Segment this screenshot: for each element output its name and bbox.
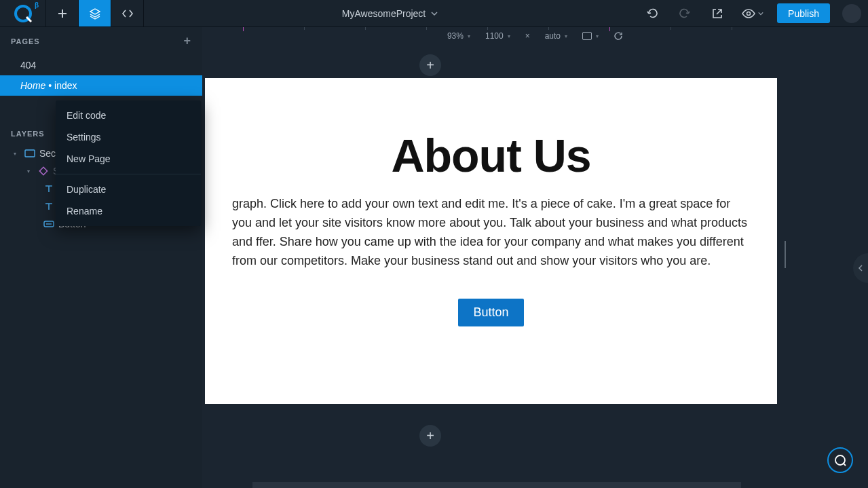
width-control[interactable]: 1100▾: [485, 31, 510, 41]
app-logo[interactable]: β: [0, 0, 46, 26]
add-section-top-button[interactable]: +: [419, 54, 441, 76]
text-icon: [43, 201, 54, 212]
context-menu: Edit code Settings New Page Duplicate Re…: [56, 100, 201, 226]
code-panel-button[interactable]: [111, 0, 144, 26]
caret-down-icon: ▾: [14, 151, 20, 157]
undo-button[interactable]: [636, 0, 668, 26]
viewport-icon: [582, 32, 592, 40]
caret-down-icon: ▾: [27, 168, 34, 174]
chevron-down-icon: [758, 11, 763, 16]
pages-header: PAGES +: [0, 27, 202, 55]
preview-heading[interactable]: About Us: [232, 129, 750, 182]
add-section-bottom-button[interactable]: +: [419, 425, 441, 447]
preview-paragraph[interactable]: graph. Click here to add your own text a…: [232, 194, 750, 270]
section-icon: [24, 148, 35, 159]
add-button[interactable]: [46, 0, 79, 26]
redo-button[interactable]: [668, 0, 701, 26]
page-item-home[interactable]: Home • index: [0, 75, 202, 96]
publish-button[interactable]: Publish: [777, 3, 830, 23]
project-name: MyAwesomeProject: [342, 8, 426, 19]
beta-badge: β: [35, 1, 39, 9]
topbar: β MyAwesomeProject Publish: [0, 0, 868, 27]
page-item-404[interactable]: 404: [0, 55, 202, 75]
text-icon: [43, 183, 54, 194]
help-chat-button[interactable]: [827, 447, 853, 473]
canvas-area: 93%▾ 1100▾ × auto▾ ▾ + About Us graph. C…: [202, 27, 868, 488]
topbar-right: Publish: [636, 0, 868, 26]
open-external-button[interactable]: [701, 0, 734, 26]
ctx-duplicate[interactable]: Duplicate: [56, 179, 201, 200]
ctx-settings[interactable]: Settings: [56, 126, 201, 148]
preview-button-element[interactable]: Button: [458, 299, 523, 326]
zoom-control[interactable]: 93%▾: [447, 31, 470, 41]
page-preview[interactable]: About Us graph. Click here to add your o…: [205, 78, 777, 404]
dimension-separator: ×: [525, 31, 530, 41]
svg-point-1: [747, 12, 751, 15]
chevron-down-icon: [431, 10, 438, 17]
ctx-edit-code[interactable]: Edit code: [56, 105, 201, 126]
sidebar: PAGES + 404 Home • index LAYERS ▾ Sect ▾…: [0, 27, 202, 488]
button-icon: [43, 219, 54, 229]
add-page-button[interactable]: +: [183, 34, 191, 48]
expand-right-panel-button[interactable]: [853, 253, 868, 283]
ruler: [202, 27, 868, 30]
ctx-rename[interactable]: Rename: [56, 200, 201, 222]
resize-handle[interactable]: [785, 241, 786, 268]
refresh-button[interactable]: [614, 31, 623, 41]
svg-rect-2: [25, 150, 35, 157]
viewport-control[interactable]: ▾: [582, 32, 599, 40]
svg-rect-3: [39, 167, 47, 174]
ctx-divider: [56, 174, 201, 174]
project-name-dropdown[interactable]: MyAwesomeProject: [144, 0, 636, 26]
preview-button[interactable]: [734, 0, 772, 26]
next-section-preview: [252, 482, 741, 488]
layers-panel-button[interactable]: [79, 0, 111, 26]
user-avatar[interactable]: [842, 4, 861, 23]
height-control[interactable]: auto▾: [545, 31, 567, 41]
diamond-icon: [38, 166, 49, 176]
ctx-new-page[interactable]: New Page: [56, 148, 201, 170]
